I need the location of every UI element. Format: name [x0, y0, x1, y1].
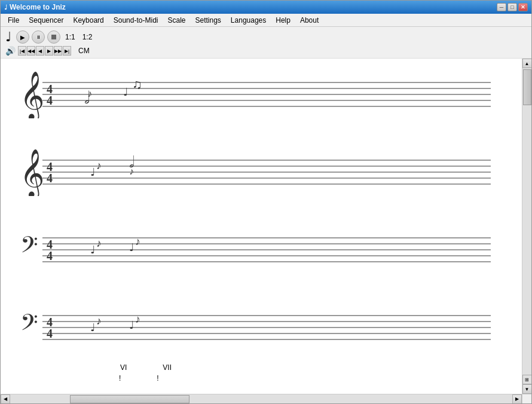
toolbar-row-2: 🔊 |◀ ◀◀ ◀ ▶ ▶▶ ▶| CM [5, 46, 94, 56]
pause-icon: ⏸ [36, 35, 41, 40]
app-icon: ♩ [4, 4, 7, 11]
staff-1-svg: 𝄞 4 4 𝅗𝅥 ♪ ♩ ♫ [19, 71, 497, 118]
toolbar-section: ♩ ▶ ⏸ 1:1 1:2 🔊 |◀ ◀◀ ◀ ▶ [5, 29, 94, 56]
svg-text:𝄞: 𝄞 [20, 72, 44, 118]
bottom-bar: ◀ ▶ [1, 394, 531, 403]
svg-text:♪: ♪ [96, 160, 102, 172]
menu-file[interactable]: File [3, 15, 24, 26]
staff-3-svg: 𝄢 4 4 ♩ ♪ ♩ ♪ [19, 226, 497, 274]
svg-text:♪: ♪ [135, 235, 140, 247]
position-1: 1:1 [65, 33, 75, 41]
main-window: ♩ Welcome to Jniz ─ □ ✕ File Sequencer K… [0, 0, 532, 404]
svg-text:♩: ♩ [90, 244, 95, 256]
roman-numeral-2: VII [163, 363, 172, 372]
menu-settings[interactable]: Settings [191, 15, 226, 26]
minimize-button[interactable]: ─ [497, 3, 506, 11]
main-content: 𝄞 4 4 𝅗𝅥 ♪ ♩ ♫ [1, 59, 531, 394]
scrollbar-thumb-vertical[interactable] [523, 69, 531, 105]
pause-button[interactable]: ⏸ [32, 30, 45, 44]
title-controls: ─ □ ✕ [497, 3, 528, 11]
bottom-labels: VI VII [120, 363, 504, 372]
scrollbar-track-vertical[interactable] [522, 68, 531, 375]
play-button[interactable]: ▶ [16, 30, 29, 44]
scrollbar-track-horizontal[interactable] [10, 394, 512, 403]
menu-help[interactable]: Help [271, 15, 295, 26]
svg-text:♩: ♩ [90, 322, 95, 333]
svg-text:♩: ♩ [129, 241, 134, 253]
svg-text:♪: ♪ [87, 88, 92, 99]
svg-text:♩: ♩ [129, 319, 134, 331]
stop-icon [51, 35, 56, 39]
staff-2-svg: 𝄞 4 4 ♩ ♪ 𝅗𝅥 ♪ [19, 148, 497, 196]
svg-text:♪: ♪ [96, 237, 102, 249]
key-label: CM [78, 47, 90, 55]
window-title: Welcome to Jniz [10, 3, 66, 11]
menu-bar: File Sequencer Keyboard Sound-to-Midi Sc… [1, 14, 531, 27]
tick-marks: ! ! [119, 374, 504, 382]
up-arrow-icon: ▲ [525, 61, 530, 66]
scroll-right-button[interactable]: ▶ [512, 394, 522, 404]
scroll-left-button[interactable]: ◀ [1, 394, 10, 404]
title-bar: ♩ Welcome to Jniz ─ □ ✕ [1, 1, 531, 14]
close-button[interactable]: ✕ [518, 3, 528, 11]
svg-text:4: 4 [47, 249, 53, 262]
toolbar: ♩ ▶ ⏸ 1:1 1:2 🔊 |◀ ◀◀ ◀ ▶ [1, 27, 531, 59]
score-area[interactable]: 𝄞 4 4 𝅗𝅥 ♪ ♩ ♫ [1, 59, 522, 394]
nav-next-bar-button[interactable]: ▶▶ [54, 46, 62, 56]
svg-text:♪: ♪ [135, 313, 140, 325]
volume-icon: 🔊 [5, 46, 16, 56]
play-icon: ▶ [20, 34, 25, 41]
scroll-down-button[interactable]: ▼ [522, 384, 532, 394]
menu-sound-to-midi[interactable]: Sound-to-Midi [109, 15, 163, 26]
tick-1: ! [119, 374, 121, 382]
stop-button[interactable] [47, 30, 60, 44]
score-inner: 𝄞 4 4 𝅗𝅥 ♪ ♩ ♫ [1, 59, 522, 394]
nav-buttons: |◀ ◀◀ ◀ ▶ ▶▶ ▶| [18, 46, 71, 56]
menu-scale[interactable]: Scale [163, 15, 190, 26]
menu-sequencer[interactable]: Sequencer [24, 15, 68, 26]
vertical-scrollbar: ▲ ⊞ ▼ [522, 59, 531, 394]
left-arrow-icon: ◀ [4, 396, 7, 402]
staff-2-treble: 𝄞 4 4 ♩ ♪ 𝅗𝅥 ♪ [19, 148, 497, 196]
nav-last-button[interactable]: ▶| [63, 46, 71, 56]
nav-first-button[interactable]: |◀ [18, 46, 26, 56]
svg-text:4: 4 [47, 327, 53, 340]
note-icon: ♩ [5, 29, 11, 45]
position-2: 1:2 [82, 33, 93, 41]
tick-2: ! [157, 374, 158, 382]
svg-text:𝄢: 𝄢 [20, 310, 38, 341]
svg-text:4: 4 [47, 172, 53, 185]
staff-4-bass: 𝄢 4 4 ♩ ♪ ♩ ♪ [19, 304, 497, 351]
scrollbar-center-btn[interactable]: ⊞ [522, 375, 532, 384]
svg-text:♪: ♪ [96, 315, 102, 327]
svg-text:4: 4 [47, 94, 53, 107]
maximize-button[interactable]: □ [507, 3, 517, 11]
menu-languages[interactable]: Languages [226, 15, 271, 26]
corner-box [522, 394, 531, 404]
down-arrow-icon: ▼ [525, 387, 530, 392]
right-arrow-icon: ▶ [515, 396, 519, 402]
svg-text:♩: ♩ [90, 166, 95, 178]
staff-3-bass: 𝄢 4 4 ♩ ♪ ♩ ♪ [19, 226, 497, 274]
scrollbar-thumb-horizontal[interactable] [70, 395, 189, 403]
menu-about[interactable]: About [295, 15, 323, 26]
roman-numeral-1: VI [120, 363, 127, 372]
nav-prev-bar-button[interactable]: ◀◀ [27, 46, 35, 56]
svg-text:♪: ♪ [129, 166, 134, 176]
staff-1-treble: 𝄞 4 4 𝅗𝅥 ♪ ♩ ♫ [19, 71, 497, 118]
nav-next-button[interactable]: ▶ [45, 46, 53, 56]
nav-prev-button[interactable]: ◀ [36, 46, 44, 56]
svg-text:𝄢: 𝄢 [20, 232, 38, 263]
menu-keyboard[interactable]: Keyboard [68, 15, 108, 26]
svg-text:♩: ♩ [123, 86, 128, 98]
staff-4-svg: 𝄢 4 4 ♩ ♪ ♩ ♪ [19, 304, 497, 351]
svg-text:♫: ♫ [132, 76, 142, 91]
title-bar-left: ♩ Welcome to Jniz [4, 3, 66, 11]
toolbar-row-1: ♩ ▶ ⏸ 1:1 1:2 [5, 29, 94, 45]
scroll-up-button[interactable]: ▲ [522, 59, 532, 68]
svg-text:𝄞: 𝄞 [20, 149, 44, 196]
